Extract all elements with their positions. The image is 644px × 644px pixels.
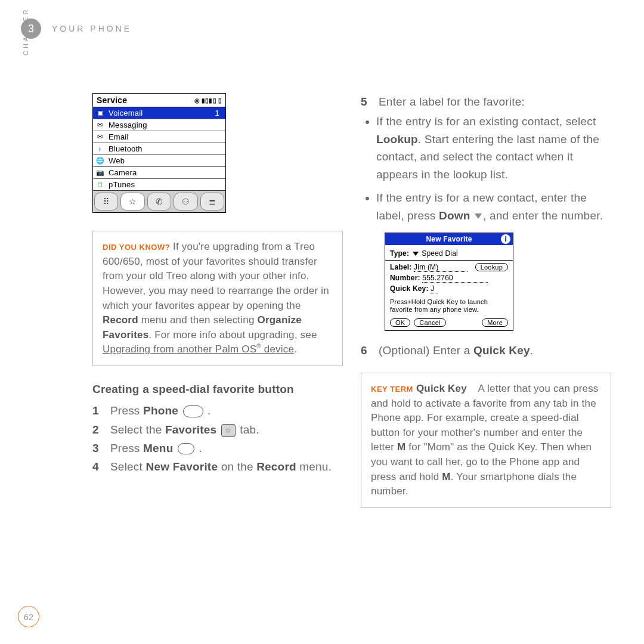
page-title: YOUR PHONE (52, 24, 132, 33)
email-icon: ✉ (95, 133, 105, 141)
contacts-tab-icon: ⚇ (174, 193, 197, 210)
screenshot-new-favorite: New Favorite i Type: Speed Dial Label: J… (385, 233, 513, 331)
phone-button-icon (183, 405, 203, 417)
label-field: Jim (M) (414, 263, 467, 272)
bullet-new-contact: If the entry is for a new contact, enter… (376, 189, 611, 224)
list-item: ✉ Email (93, 131, 225, 143)
upgrade-link[interactable]: Upgrading from another Palm OS® device (103, 343, 294, 355)
callout-lead: KEY TERM (371, 385, 413, 394)
camera-icon: 📷 (95, 169, 105, 177)
shot-title: Service (97, 95, 127, 105)
page-number: 62 (18, 606, 39, 627)
web-icon: 🌐 (95, 157, 105, 165)
dialpad-tab-icon: ⠿ (94, 193, 118, 210)
screenshot-service-favorites: Service ◎ ▮▯▮▯ ▯ ▣ Voicemail 1 ✉ Messagi… (92, 93, 226, 213)
key-term-callout: KEY TERM Quick Key A letter that you can… (361, 373, 611, 508)
more-button: More (482, 318, 508, 327)
ok-button: OK (390, 318, 410, 327)
list-item: ◻ pTunes (93, 179, 225, 190)
bullet-existing-contact: If the entry is for an existing contact,… (376, 113, 611, 183)
calllog-tab-icon: ≣ (200, 193, 224, 210)
step-3: 3 Press Menu . (92, 439, 343, 457)
number-field: 555.2760 (422, 274, 488, 283)
list-item: ▣ Voicemail 1 (93, 107, 225, 119)
step-4: 4 Select New Favorite on the Record menu… (92, 458, 343, 475)
list-item: ✉ Messaging (93, 119, 225, 131)
cancel-button: Cancel (414, 318, 445, 327)
chapter-side-label: CHAPTER (22, 7, 29, 55)
favorites-tab-icon: ☆ (221, 424, 236, 437)
menu-button-icon (178, 443, 194, 454)
step-1: 1 Press Phone . (92, 402, 343, 419)
callout-lead: DID YOU KNOW? (103, 243, 170, 252)
voicemail-icon: ▣ (95, 109, 105, 117)
status-bar-icons: ◎ ▮▯▮▯ ▯ (194, 97, 222, 104)
bluetooth-icon: ᚼ (95, 145, 105, 153)
dialog-title: New Favorite (426, 235, 472, 243)
type-dropdown-icon (413, 252, 419, 256)
battery-icon: ▯ (218, 97, 222, 104)
messaging-icon: ✉ (95, 121, 105, 129)
down-icon (475, 213, 482, 219)
ptunes-icon: ◻ (95, 181, 105, 189)
favorites-tab-icon: ☆ (120, 193, 144, 210)
step-2: 2 Select the Favorites ☆ tab. (92, 421, 343, 438)
quickkey-field: J (431, 284, 438, 293)
section-heading: Creating a speed-dial favorite button (92, 383, 343, 396)
signal-icon: ▮▯▮▯ (202, 97, 216, 104)
step-6: 6 (Optional) Enter a Quick Key. (361, 342, 611, 359)
list-item: 📷 Camera (93, 167, 225, 179)
did-you-know-callout: DID YOU KNOW? If you're upgrading from a… (92, 231, 343, 366)
info-icon: i (501, 234, 510, 244)
list-item: 🌐 Web (93, 155, 225, 167)
list-item: ᚼ Bluetooth (93, 143, 225, 155)
quickkey-hint: Press+Hold Quick Key to launch favorite … (390, 298, 508, 314)
lookup-button: Lookup (475, 263, 508, 271)
step-5: 5 Enter a label for the favorite: (361, 93, 611, 110)
bluetooth-icon: ◎ (194, 97, 200, 104)
phone-tab-icon: ✆ (147, 193, 171, 210)
